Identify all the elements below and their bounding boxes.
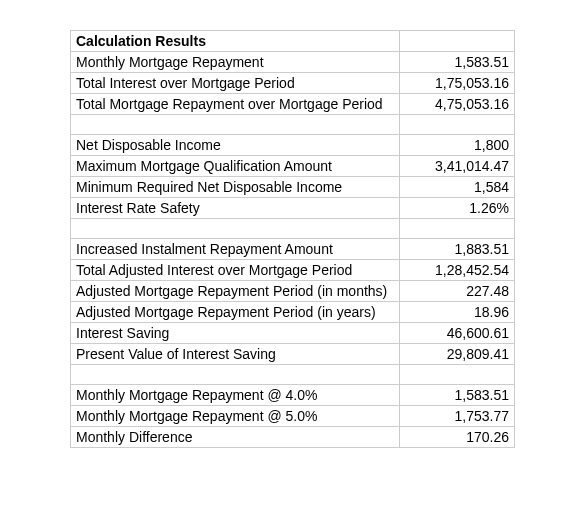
table-row: Adjusted Mortgage Repayment Period (in y… — [71, 302, 515, 323]
row-value: 1,584 — [400, 177, 515, 198]
table-row: Increased Instalment Repayment Amount1,8… — [71, 239, 515, 260]
row-label: Present Value of Interest Saving — [71, 344, 400, 365]
row-value: 1,883.51 — [400, 239, 515, 260]
row-label: Increased Instalment Repayment Amount — [71, 239, 400, 260]
row-label: Total Adjusted Interest over Mortgage Pe… — [71, 260, 400, 281]
row-value: 3,41,014.47 — [400, 156, 515, 177]
blank-cell — [71, 365, 400, 385]
row-label: Total Mortgage Repayment over Mortgage P… — [71, 94, 400, 115]
blank-cell — [400, 31, 515, 52]
row-label: Monthly Mortgage Repayment @ 5.0% — [71, 406, 400, 427]
row-label: Monthly Mortgage Repayment — [71, 52, 400, 73]
row-value: 1,753.77 — [400, 406, 515, 427]
row-label: Monthly Difference — [71, 427, 400, 448]
row-label: Total Interest over Mortgage Period — [71, 73, 400, 94]
row-value: 170.26 — [400, 427, 515, 448]
row-value: 1,28,452.54 — [400, 260, 515, 281]
row-value: 1,583.51 — [400, 52, 515, 73]
table-row: Monthly Mortgage Repayment @ 4.0%1,583.5… — [71, 385, 515, 406]
row-value: 1.26% — [400, 198, 515, 219]
row-value: 1,800 — [400, 135, 515, 156]
row-value: 1,75,053.16 — [400, 73, 515, 94]
row-value: 29,809.41 — [400, 344, 515, 365]
row-value: 46,600.61 — [400, 323, 515, 344]
row-label: Net Disposable Income — [71, 135, 400, 156]
table-row: Monthly Mortgage Repayment @ 5.0%1,753.7… — [71, 406, 515, 427]
row-label: Monthly Mortgage Repayment @ 4.0% — [71, 385, 400, 406]
table-row: Total Mortgage Repayment over Mortgage P… — [71, 94, 515, 115]
calculation-results-table: Calculation ResultsMonthly Mortgage Repa… — [70, 30, 515, 448]
table-row: Maximum Mortgage Qualification Amount3,4… — [71, 156, 515, 177]
table-row: Minimum Required Net Disposable Income1,… — [71, 177, 515, 198]
row-label: Adjusted Mortgage Repayment Period (in y… — [71, 302, 400, 323]
blank-cell — [400, 365, 515, 385]
blank-cell — [71, 115, 400, 135]
table-row: Adjusted Mortgage Repayment Period (in m… — [71, 281, 515, 302]
table-row: Interest Rate Safety1.26% — [71, 198, 515, 219]
row-value: 1,583.51 — [400, 385, 515, 406]
row-value: 227.48 — [400, 281, 515, 302]
row-value: 4,75,053.16 — [400, 94, 515, 115]
table-row: Monthly Difference170.26 — [71, 427, 515, 448]
table-row: Monthly Mortgage Repayment1,583.51 — [71, 52, 515, 73]
row-label: Maximum Mortgage Qualification Amount — [71, 156, 400, 177]
blank-cell — [400, 219, 515, 239]
table-title: Calculation Results — [71, 31, 400, 52]
row-label: Interest Rate Safety — [71, 198, 400, 219]
blank-cell — [400, 115, 515, 135]
row-label: Adjusted Mortgage Repayment Period (in m… — [71, 281, 400, 302]
table-row: Total Adjusted Interest over Mortgage Pe… — [71, 260, 515, 281]
table-row: Interest Saving46,600.61 — [71, 323, 515, 344]
table-row: Present Value of Interest Saving29,809.4… — [71, 344, 515, 365]
blank-cell — [71, 219, 400, 239]
row-label: Minimum Required Net Disposable Income — [71, 177, 400, 198]
table-row: Total Interest over Mortgage Period1,75,… — [71, 73, 515, 94]
table-row: Net Disposable Income1,800 — [71, 135, 515, 156]
row-label: Interest Saving — [71, 323, 400, 344]
row-value: 18.96 — [400, 302, 515, 323]
